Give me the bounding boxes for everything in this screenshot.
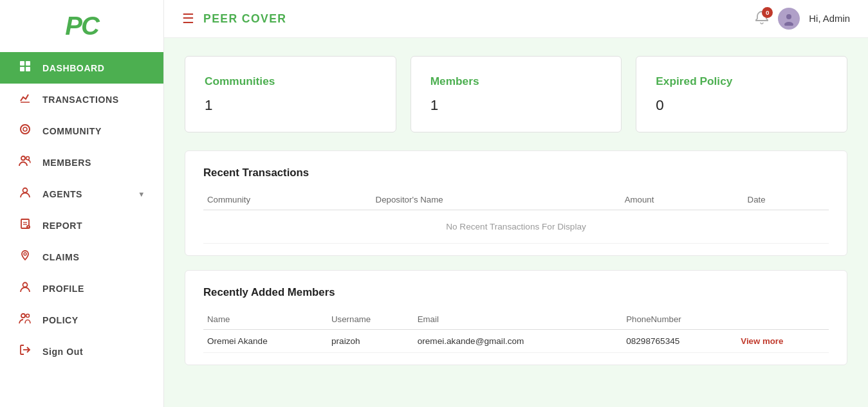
col-phone: PhoneNumber <box>622 309 737 330</box>
stat-card-expired-value: 0 <box>656 97 827 114</box>
profile-icon <box>18 281 32 296</box>
sidebar-item-label-claims: CLAIMS <box>42 252 79 262</box>
signout-icon <box>18 344 32 359</box>
stat-card-expired-title: Expired Policy <box>656 75 827 88</box>
recent-transactions-card: Recent Transactions Community Depositor'… <box>185 150 847 256</box>
svg-point-23 <box>784 22 793 26</box>
members-icon <box>18 155 32 170</box>
sidebar-item-label-agents: AGENTS <box>42 189 82 199</box>
member-phone: 08298765345 <box>622 330 737 353</box>
main-content: ☰ PEER COVER 0 Hi, Admin Communities 1 M <box>164 0 868 407</box>
svg-point-18 <box>23 283 28 287</box>
stat-card-communities: Communities 1 <box>185 56 396 132</box>
svg-point-8 <box>26 157 30 160</box>
claims-icon <box>18 249 32 264</box>
col-community: Community <box>203 190 372 210</box>
header-title: PEER COVER <box>203 12 755 26</box>
avatar <box>778 8 800 30</box>
svg-rect-1 <box>26 61 30 66</box>
stat-card-expired-policy: Expired Policy 0 <box>636 56 847 132</box>
member-email: oremei.akande@gmail.com <box>414 330 622 353</box>
col-name: Name <box>203 309 328 330</box>
sidebar-item-report[interactable]: REPORT <box>0 210 163 241</box>
recently-added-members-card: Recently Added Members Name Username Ema… <box>185 270 847 365</box>
sidebar-item-claims[interactable]: CLAIMS <box>0 241 163 273</box>
svg-point-9 <box>23 188 28 193</box>
sidebar-item-label-dashboard: DASHBOARD <box>42 63 105 73</box>
agents-icon <box>18 186 32 201</box>
col-email: Email <box>414 309 622 330</box>
sidebar-item-label-policy: POLICY <box>42 315 78 325</box>
col-date: Date <box>744 190 829 210</box>
sidebar-item-label-report: REPORT <box>42 221 82 231</box>
admin-label: Hi, Admin <box>809 14 850 24</box>
sidebar-item-label-profile: PROFILE <box>42 284 84 294</box>
svg-point-20 <box>26 314 30 318</box>
sidebar-item-profile[interactable]: PROFILE <box>0 273 163 304</box>
svg-point-6 <box>23 127 27 131</box>
recent-transactions-table: Community Depositor's Name Amount Date N… <box>203 190 829 244</box>
sidebar-item-dashboard[interactable]: DASHBOARD <box>0 52 163 84</box>
notification-button[interactable]: 0 <box>755 10 769 28</box>
sidebar-logo: PC <box>65 12 98 41</box>
stat-card-members: Members 1 <box>411 56 622 132</box>
sidebar-item-agents[interactable]: AGENTS ▼ <box>0 178 163 210</box>
hamburger-icon[interactable]: ☰ <box>182 11 194 26</box>
member-name: Oremei Akande <box>203 330 328 353</box>
report-icon <box>18 218 32 233</box>
svg-point-19 <box>21 314 25 318</box>
sidebar-item-members[interactable]: MEMBERS <box>0 147 163 178</box>
notification-badge: 0 <box>762 7 773 18</box>
svg-point-5 <box>21 125 30 134</box>
header: ☰ PEER COVER 0 Hi, Admin <box>164 0 868 38</box>
col-action <box>737 309 829 330</box>
sidebar-item-community[interactable]: COMMUNITY <box>0 115 163 147</box>
table-empty-row: No Recent Transactions For Display <box>203 210 829 244</box>
content-area: Communities 1 Members 1 Expired Policy 0… <box>164 38 868 407</box>
policy-icon <box>18 312 32 327</box>
stat-card-communities-title: Communities <box>205 75 376 88</box>
view-more-button[interactable]: View more <box>741 336 783 346</box>
svg-point-22 <box>786 14 791 19</box>
sidebar-item-label-signout: Sign Out <box>42 347 83 357</box>
svg-rect-2 <box>20 67 24 71</box>
recently-added-members-title: Recently Added Members <box>203 286 829 299</box>
col-amount: Amount <box>621 190 744 210</box>
sidebar-item-label-transactions: TRANSACTIONS <box>42 95 119 105</box>
svg-point-17 <box>24 253 26 255</box>
empty-message: No Recent Transactions For Display <box>203 210 829 244</box>
sidebar-item-label-community: COMMUNITY <box>42 126 102 136</box>
recently-added-members-table: Name Username Email PhoneNumber Oremei A… <box>203 309 829 353</box>
stat-card-members-value: 1 <box>430 97 602 114</box>
col-username: Username <box>328 309 414 330</box>
col-depositor: Depositor's Name <box>372 190 621 210</box>
svg-rect-3 <box>26 67 30 71</box>
transactions-icon <box>18 92 32 107</box>
table-row: Oremei Akande praizoh oremei.akande@gmai… <box>203 330 829 353</box>
dashboard-icon <box>18 60 32 75</box>
sidebar: PC DASHBOARD TRANSACTIONS COMMUNITY MEMB… <box>0 0 164 407</box>
member-username: praizoh <box>328 330 414 353</box>
sidebar-item-signout[interactable]: Sign Out <box>0 336 163 367</box>
agents-arrow-icon: ▼ <box>138 190 145 198</box>
stats-row: Communities 1 Members 1 Expired Policy 0 <box>185 56 847 132</box>
stat-card-communities-value: 1 <box>205 97 376 114</box>
recent-transactions-title: Recent Transactions <box>203 167 829 179</box>
stat-card-members-title: Members <box>430 75 602 88</box>
community-icon <box>18 123 32 138</box>
svg-point-7 <box>21 156 25 160</box>
svg-rect-0 <box>20 61 24 66</box>
sidebar-item-transactions[interactable]: TRANSACTIONS <box>0 84 163 115</box>
sidebar-item-policy[interactable]: POLICY <box>0 304 163 336</box>
sidebar-item-label-members: MEMBERS <box>42 158 91 168</box>
sidebar-nav: DASHBOARD TRANSACTIONS COMMUNITY MEMBERS <box>0 52 163 367</box>
header-right: 0 Hi, Admin <box>755 8 850 30</box>
